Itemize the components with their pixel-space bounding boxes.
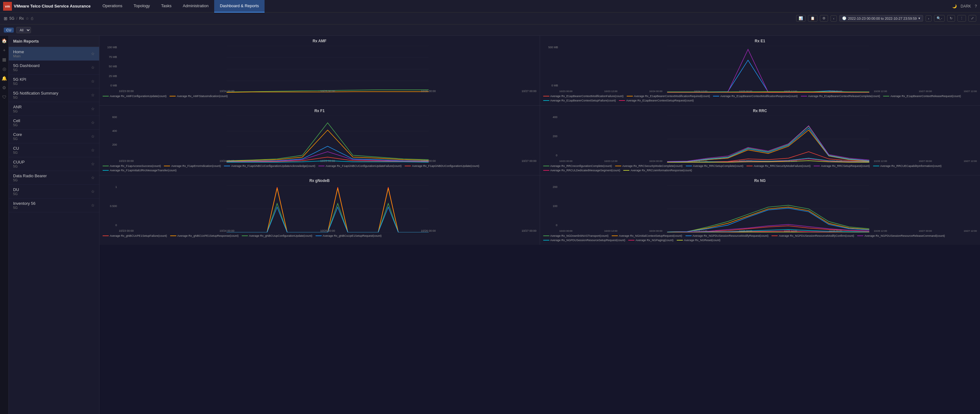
- chart-panel-rx-gnodeb: Rx gNodeB 1 0.500 0: [99, 175, 540, 245]
- alerts-icon[interactable]: 🔔: [1, 76, 8, 81]
- sidebar-item-core[interactable]: Core 5G ☆: [9, 129, 99, 144]
- sidebar-anr-sublabel: 5G: [13, 109, 22, 113]
- settings-btn[interactable]: ⚙: [820, 15, 828, 22]
- sidebar-core-star[interactable]: ☆: [91, 134, 95, 139]
- sidebar-home-label: Home: [13, 50, 24, 54]
- sidebar-item-5g-dashboard[interactable]: 5G Dashboard 5G ☆: [9, 61, 99, 75]
- sidebar-cell-sublabel: 5G: [13, 123, 20, 127]
- sidebar-home-star[interactable]: ☆: [91, 51, 95, 56]
- sidebar-item-cu[interactable]: CU 5G ☆: [9, 144, 99, 157]
- sidebar-item-home[interactable]: Home Main ☆: [9, 47, 99, 61]
- sidebar-home-sublabel: Main: [13, 54, 24, 58]
- sidebar-5gnotif-sublabel: 5G: [13, 96, 59, 99]
- more-btn[interactable]: ⋮: [958, 15, 966, 22]
- chart-title-rx-gnodeb: Rx gNodeB: [103, 179, 536, 183]
- sidebar-5gkpi-label: 5G KPI: [13, 77, 26, 82]
- filter-dropdown[interactable]: All: [16, 27, 31, 33]
- dark-label[interactable]: DARK: [961, 4, 971, 8]
- sidebar-cell-label: Cell: [13, 118, 20, 123]
- sidebar-item-inventory[interactable]: Inventory 56 5G ☆: [9, 198, 99, 212]
- datetime-text: 2022-10-23 00:00:00 to 2022-10-27 23:59:…: [848, 17, 917, 20]
- sidebar-5gnotif-label: 5G Notification Summary: [13, 91, 59, 96]
- sidebar-cuup-star[interactable]: ☆: [91, 161, 95, 166]
- prev-btn[interactable]: ‹: [830, 15, 837, 22]
- sidebar-item-cell[interactable]: Cell 5G ☆: [9, 116, 99, 129]
- add-icon[interactable]: +: [1, 48, 8, 53]
- chart-area-rx-f1: 600 400 200: [103, 115, 536, 163]
- sidebar-5gkpi-star[interactable]: ☆: [91, 79, 95, 84]
- nav-tasks[interactable]: Tasks: [156, 0, 177, 13]
- sidebar-cu-sublabel: 5G: [13, 150, 19, 154]
- clock-icon: 🕐: [842, 16, 846, 20]
- sidebar-5gnotif-star[interactable]: ☆: [91, 93, 95, 98]
- chart-panel-rx-e1: Rx E1 500 MB 0 MB: [540, 36, 980, 105]
- sidebar-inv-sublabel: 5G: [13, 206, 36, 209]
- sub-toolbar: ⊞ 5G / Rx ☆ ⎙ 📊 📋 ⚙ ‹ 🕐 2022-10-23 00:00…: [0, 13, 980, 24]
- chart-legend-rx-rrc: Average Rx_RRCreconfigurationComplete(co…: [543, 165, 977, 172]
- chart-area-rx-rrc: 400 200 0: [543, 115, 977, 163]
- sidebar-cu-label: CU: [13, 146, 19, 150]
- filter-row: CU All: [0, 24, 980, 36]
- chart-title-rx-amf: Rx AMF: [103, 39, 536, 43]
- sidebar-inv-star[interactable]: ☆: [91, 203, 95, 208]
- nav-items: Operations Topology Tasks Administration…: [97, 0, 952, 13]
- chart-area-rx-gnodeb: 1 0.500 0 10/23: [103, 185, 536, 232]
- chart-legend-rx-e1: Average Rx_E1apBearerContextModification…: [543, 94, 977, 102]
- sidebar-cu-star[interactable]: ☆: [91, 148, 95, 152]
- chart-area-rx-amf: 100 MB 75 MB 50 MB 25 MB 0 MB: [103, 46, 536, 93]
- dashboard-icon[interactable]: ▦: [1, 57, 8, 62]
- sidebar-du-star[interactable]: ☆: [91, 189, 95, 194]
- sidebar-item-anr[interactable]: ANR 5G ☆: [9, 102, 99, 116]
- breadcrumb-sep1: /: [16, 16, 17, 21]
- breadcrumb-rx: Rx: [19, 16, 24, 21]
- shield-icon[interactable]: 🛡: [1, 94, 8, 99]
- star-toolbar-icon[interactable]: ☆: [25, 16, 29, 21]
- zoom-out-btn[interactable]: 🔍-: [934, 15, 945, 22]
- sidebar-anr-star[interactable]: ☆: [91, 107, 95, 111]
- sidebar-du-sublabel: 5G: [13, 192, 19, 196]
- app-title: VMware Telco Cloud Service Assurance: [14, 4, 91, 8]
- sidebar-item-cuup[interactable]: CUUP 5G ☆: [9, 157, 99, 171]
- topology-icon[interactable]: ◎: [1, 66, 8, 71]
- chart-area-rx-ng: 200 100 0: [543, 185, 977, 232]
- toolbar-right: 📊 📋 ⚙ ‹ 🕐 2022-10-23 00:00:00 to 2022-10…: [796, 15, 976, 22]
- chart-title-rx-e1: Rx E1: [543, 39, 977, 43]
- datetime-dropdown-icon[interactable]: ▾: [918, 16, 920, 20]
- chart-legend-rx-gnodeb: Average Rx_gNBCUcPE1SetupFailure(count) …: [103, 234, 536, 237]
- sidebar-5gkpi-sublabel: 5G: [13, 82, 26, 85]
- home-icon[interactable]: 🏠: [1, 38, 8, 43]
- logo-area: vm VMware Telco Cloud Service Assurance: [3, 2, 91, 11]
- chart-legend-rx-f1: Average Rx_F1apAccessSuccess(count) Aver…: [103, 165, 536, 172]
- sidebar-drb-star[interactable]: ☆: [91, 175, 95, 180]
- export-btn[interactable]: 📋: [808, 15, 818, 22]
- sidebar-item-5g-notif[interactable]: 5G Notification Summary 5G ☆: [9, 88, 99, 102]
- nav-operations[interactable]: Operations: [97, 0, 128, 13]
- share-icon[interactable]: ⎙: [31, 16, 33, 21]
- next-btn[interactable]: ›: [926, 15, 932, 22]
- nav-dashboard-reports[interactable]: Dashboard & Reports: [214, 0, 264, 13]
- settings-side-icon[interactable]: ⚙: [1, 85, 8, 90]
- filter-badge: CU: [4, 27, 14, 33]
- sidebar-item-du[interactable]: DU 5G ☆: [9, 185, 99, 198]
- main-layout: 🏠 + ▦ ◎ 🔔 ⚙ 🛡 Main Reports Home Main ☆ 5…: [0, 36, 980, 414]
- chart-legend-rx-amf: Average Rx_AMFConfigurationUpdate(count)…: [103, 94, 536, 98]
- chart-type-btn[interactable]: 📊: [796, 15, 805, 22]
- moon-icon: 🌙: [952, 4, 957, 8]
- left-sidebar: Main Reports Home Main ☆ 5G Dashboard 5G…: [9, 36, 99, 414]
- sidebar-du-label: DU: [13, 187, 19, 192]
- sidebar-cell-star[interactable]: ☆: [91, 120, 95, 125]
- sidebar-item-drb[interactable]: Data Radio Bearer 5G ☆: [9, 171, 99, 185]
- nav-topology[interactable]: Topology: [128, 0, 156, 13]
- nav-administration[interactable]: Administration: [177, 0, 214, 13]
- breadcrumb-5g: 5G: [10, 16, 14, 21]
- sidebar-5gdash-star[interactable]: ☆: [91, 65, 95, 70]
- datetime-range[interactable]: 🕐 2022-10-23 00:00:00 to 2022-10-27 23:5…: [839, 15, 923, 22]
- top-nav: vm VMware Telco Cloud Service Assurance …: [0, 0, 980, 13]
- sidebar-item-5g-kpi[interactable]: 5G KPI 5G ☆: [9, 75, 99, 88]
- fullscreen-btn[interactable]: ⤢: [969, 15, 976, 22]
- chart-title-rx-ng: Rx NG: [543, 179, 977, 183]
- sidebar-header: Main Reports: [9, 36, 99, 47]
- sidebar-5gdash-label: 5G Dashboard: [13, 63, 40, 68]
- help-icon[interactable]: ?: [975, 4, 977, 8]
- refresh-btn[interactable]: ↻: [947, 15, 955, 22]
